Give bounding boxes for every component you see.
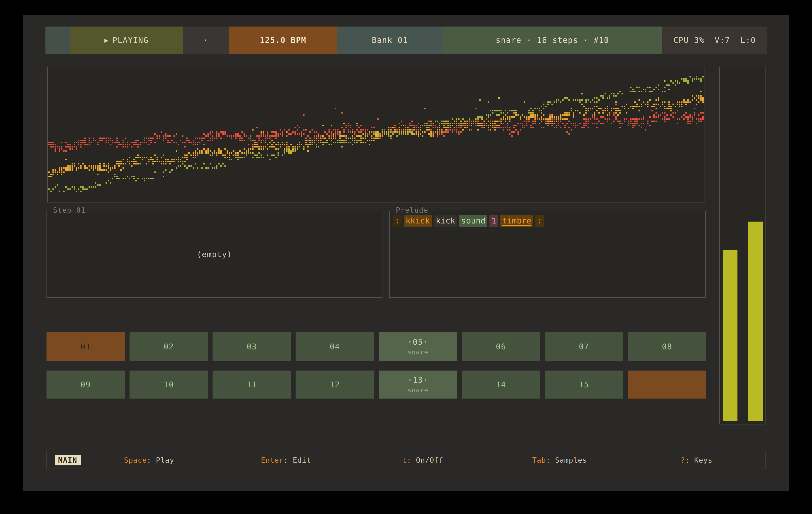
step-button-09[interactable]: 09 [47,370,125,398]
step-label: 07 [579,342,589,351]
step-button-16[interactable] [628,370,706,398]
step-button-01[interactable]: 01 [47,332,125,361]
key-hint-help: ?: Keys [628,456,765,464]
step-label: 06 [496,342,506,351]
key-hint-key: Enter [261,456,284,464]
step-button-14[interactable]: 14 [462,370,540,398]
step-button-03[interactable]: 03 [212,332,291,361]
step-label: 04 [330,342,340,351]
step-label: 03 [247,342,257,351]
step-detail-panel: Step 01 (empty) [47,211,382,298]
step-button-13[interactable]: ·13·snare [379,370,457,398]
prelude-token-5: timbre [500,215,533,226]
step-button-12[interactable]: 12 [296,370,374,398]
level-meter-left [723,250,737,421]
step-label: ·05· [408,337,428,346]
step-label: 08 [662,342,672,351]
step-detail-title: Step 01 [51,206,88,214]
prelude-panel: Prelude :kkickkicksound1timbre: [389,211,706,298]
step-button-10[interactable]: 10 [129,370,208,398]
step-button-07[interactable]: 07 [545,332,623,361]
step-label: 15 [579,380,589,389]
prelude-token-4: 1 [489,215,498,226]
bank-display: Bank 01 [337,27,442,54]
step-label: 09 [81,380,91,389]
step-label: 14 [496,380,506,389]
track-info-display: snare · 16 steps · #10 [442,27,662,54]
step-button-04[interactable]: 04 [296,332,374,361]
play-icon: ▶ [105,36,109,44]
step-button-06[interactable]: 06 [462,332,540,361]
step-button-15[interactable]: 15 [545,370,623,398]
step-button-02[interactable]: 02 [129,332,208,361]
key-hint-tab: Tab: Samples [491,456,628,464]
separator-segment: · [183,27,229,54]
app-window: ▶ PLAYING · 125.0 BPM Bank 01 snare · 16… [23,15,789,491]
step-button-05[interactable]: ·05·snare [379,332,457,361]
system-stats-display: CPU 3% V:7 L:0 [662,27,767,54]
key-hint-enter: Enter: Edit [218,456,354,464]
level-meter-panel [719,67,765,424]
transport-status: ▶ PLAYING [70,27,183,54]
key-hint-key: Space [124,456,147,464]
key-hint-space: Space: Play [81,456,218,464]
pattern-visualizer [48,67,704,202]
step-label: 01 [81,342,91,351]
step-label: 02 [164,342,174,351]
prelude-token-1: kkick [404,215,432,226]
pattern-visualizer-panel [47,67,705,203]
key-hint-key: Tab [532,456,546,464]
step-label: 10 [164,380,174,389]
bpm-display: 125.0 BPM [229,27,337,54]
key-hint-key: t [402,456,407,464]
prelude-token-0: : [393,215,402,226]
step-button-08[interactable]: 08 [628,332,706,361]
accent-segment [46,27,70,54]
step-grid: 01020304·05·snare06070809101112·13·snare… [47,332,706,398]
step-label: 12 [330,380,340,389]
step-button-11[interactable]: 11 [212,370,291,398]
key-hint-t: t: On/Off [354,456,491,464]
step-detail-empty-label: (empty) [197,250,232,259]
step-sample-name: snare [407,386,428,394]
status-bar: MAIN Space: PlayEnter: Editt: On/OffTab:… [47,451,765,469]
prelude-token-6: : [535,215,544,226]
key-hint-key: ? [680,456,685,464]
transport-label: PLAYING [113,36,149,45]
step-sample-name: snare [407,348,428,356]
prelude-token-3: sound [459,215,487,226]
prelude-title: Prelude [393,206,431,214]
mode-badge: MAIN [55,455,81,465]
prelude-token-2: kick [434,215,457,226]
prelude-editor[interactable]: :kkickkicksound1timbre: [390,211,705,230]
step-label: 11 [247,380,257,389]
top-status-bar: ▶ PLAYING · 125.0 BPM Bank 01 snare · 16… [46,27,767,54]
level-meter-right [748,221,763,421]
step-label: ·13· [408,375,428,385]
